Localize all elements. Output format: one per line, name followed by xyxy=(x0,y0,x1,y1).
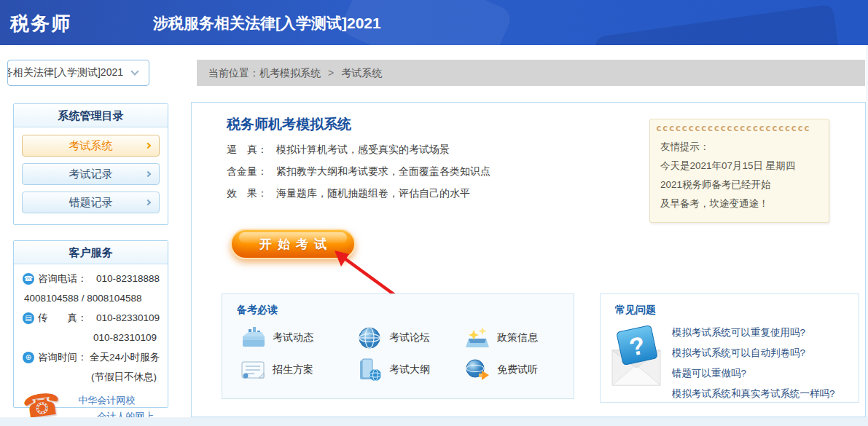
service-label: 咨询时间： xyxy=(38,351,87,364)
faq-question[interactable]: 模拟考试系统可以重复使用吗? xyxy=(672,323,835,343)
service-value: 4008104588 / 8008104588 xyxy=(24,293,141,304)
reading-link-label: 考试大纲 xyxy=(389,363,430,376)
feature-list: 逼 真： 模拟计算机考试，感受真实的考试场景 含金量： 紧扣教学大纲和考试要求，… xyxy=(227,143,490,209)
service-value: 全天24小时服务 xyxy=(90,351,160,364)
globe-icon: ⊕ xyxy=(23,352,34,363)
reading-link-label: 考试动态 xyxy=(273,331,313,344)
faq-panel: 常见问题 ? 模拟考试系统可以重复使用吗? 模拟考试系统可以自动判卷吗? xyxy=(600,293,859,403)
service-value: (节假日不休息) xyxy=(91,371,157,384)
course-select[interactable]: 涉税服务相关法律[入学测试]2021 xyxy=(7,60,149,86)
service-row-hours2: (节假日不休息) xyxy=(23,367,160,387)
service-row-fax: ▤ 传 真： 010-82330109 xyxy=(23,308,160,328)
page-title: 税务师机考模拟系统 xyxy=(227,115,351,134)
feature-label: 效 果： xyxy=(227,187,267,200)
feature-row: 含金量： 紧扣教学大纲和考试要求，全面覆盖各类知识点 xyxy=(227,165,490,178)
page-bottom-strip xyxy=(0,417,868,426)
chevron-right-icon xyxy=(145,171,151,177)
feature-label: 逼 真： xyxy=(227,143,267,156)
customer-service-panel: 客户服务 ☎ 咨询电话： 010-82318888 4008104588 / 8… xyxy=(13,240,168,408)
reading-link-label: 考试论坛 xyxy=(389,331,430,344)
feature-label: 含金量： xyxy=(227,165,267,178)
breadcrumb-item-exam-system[interactable]: 考试系统 xyxy=(341,67,382,79)
service-value: 010-82318888 xyxy=(96,273,160,284)
reading-link-label: 政策信息 xyxy=(497,331,538,344)
sidebar-item-exam-records[interactable]: 考试记录 xyxy=(22,163,160,185)
friendly-tip-note: cccccccccccccccccccccccc 友情提示： 今天是2021年0… xyxy=(649,119,829,223)
service-row-fax2: 010-82310109 xyxy=(23,328,160,347)
system-menu-title: 系统管理目录 xyxy=(14,104,168,127)
exam-forum-icon xyxy=(356,326,383,350)
course-title: 涉税服务相关法律[入学测试]2021 xyxy=(153,13,381,33)
chevron-right-icon xyxy=(145,200,151,205)
service-row-phone2: 4008104588 / 8008104588 xyxy=(23,288,160,308)
main-content-panel: 税务师机考模拟系统 逼 真： 模拟计算机考试，感受真实的考试场景 含金量： 紧扣… xyxy=(191,102,866,417)
brand-logo: 税务师 xyxy=(10,11,71,36)
chevron-down-icon xyxy=(130,67,138,75)
service-row-phone: ☎ 咨询电话： 010-82318888 xyxy=(23,269,160,288)
tip-line: 友情提示： xyxy=(660,138,818,157)
sidebar-item-label: 考试系统 xyxy=(69,139,113,153)
feature-row: 逼 真： 模拟计算机考试，感受真实的考试场景 xyxy=(227,143,490,156)
feature-text: 紧扣教学大纲和考试要求，全面覆盖各类知识点 xyxy=(276,165,490,178)
feature-row: 效 果： 海量题库，随机抽题组卷，评估自己的水平 xyxy=(227,187,490,200)
service-value: 010-82310109 xyxy=(93,332,157,343)
question-envelope-icon: ? xyxy=(609,323,665,395)
link-exam-syllabus[interactable]: 考试大纲 xyxy=(356,358,464,382)
header-decor-shape xyxy=(594,4,841,45)
reading-link-label: 招生方案 xyxy=(273,363,313,376)
link-enrollment-plan[interactable]: 招生方案 xyxy=(240,358,356,382)
feature-text: 海量题库，随机抽题组卷，评估自己的水平 xyxy=(276,187,470,200)
service-label: 咨询电话： xyxy=(38,272,87,285)
service-label: 传 真： xyxy=(38,312,87,325)
tip-line: 今天是2021年07月15日 星期四 xyxy=(660,157,818,175)
link-policy-info[interactable]: 政策信息 xyxy=(464,326,574,350)
chevron-right-icon xyxy=(145,143,151,149)
faq-question[interactable]: 错题可以重做吗? xyxy=(672,363,835,384)
reading-link-label: 免费试听 xyxy=(497,363,538,376)
brand-name: 中华会计网校 xyxy=(78,393,160,409)
tip-scallop-decoration: cccccccccccccccccccccccc xyxy=(656,124,823,133)
service-row-hours: ⊕ 咨询时间： 全天24小时服务 xyxy=(23,347,160,367)
link-exam-news[interactable]: 考试动态 xyxy=(240,326,356,350)
sidebar-item-wrong-question-records[interactable]: 错题记录 xyxy=(22,192,160,213)
breadcrumb-label: 当前位置： xyxy=(208,67,259,79)
sidebar-item-exam-system[interactable]: 考试系统 xyxy=(22,135,160,157)
faq-panel-title: 常见问题 xyxy=(601,294,859,317)
exam-prep-readings-panel: 备考必读 考试动态 xyxy=(222,293,574,399)
breadcrumb: 当前位置：机考模拟系统>考试系统 xyxy=(197,60,865,86)
service-value: 010-82330109 xyxy=(96,312,160,323)
exam-news-icon xyxy=(240,326,266,350)
sidebar-item-label: 错题记录 xyxy=(69,196,113,210)
link-exam-forum[interactable]: 考试论坛 xyxy=(356,326,464,350)
enrollment-plan-icon xyxy=(240,358,266,382)
faq-question[interactable]: 模拟考试系统和真实考试系统一样吗? xyxy=(672,384,835,404)
phone-icon: ☎ xyxy=(23,273,34,285)
customer-service-title: 客户服务 xyxy=(14,241,168,264)
policy-info-icon xyxy=(464,326,490,350)
course-select-value: 涉税服务相关法律[入学测试]2021 xyxy=(8,66,123,79)
fax-icon: ▤ xyxy=(23,312,34,324)
sidebar-item-label: 考试记录 xyxy=(69,167,113,181)
app-header: 税务师 涉税服务相关法律[入学测试]2021 xyxy=(0,0,868,45)
tip-line: 2021税务师备考已经开始 xyxy=(660,175,818,194)
breadcrumb-item-simulation-system[interactable]: 机考模拟系统 xyxy=(259,67,321,79)
system-menu-panel: 系统管理目录 考试系统 考试记录 错题记录 xyxy=(13,103,168,225)
readings-panel-title: 备考必读 xyxy=(222,294,574,317)
feature-text: 模拟计算机考试，感受真实的考试场景 xyxy=(276,143,450,156)
exam-simulation-page: 税务师 涉税服务相关法律[入学测试]2021 涉税服务相关法律[入学测试]202… xyxy=(0,0,868,426)
faq-question[interactable]: 模拟考试系统可以自动判卷吗? xyxy=(672,343,835,363)
free-audition-icon xyxy=(464,358,490,382)
tip-line: 及早备考，坎途变通途！ xyxy=(660,194,818,213)
exam-syllabus-icon xyxy=(356,358,383,382)
link-free-audition[interactable]: 免费试听 xyxy=(464,358,574,382)
breadcrumb-separator: > xyxy=(328,67,334,79)
